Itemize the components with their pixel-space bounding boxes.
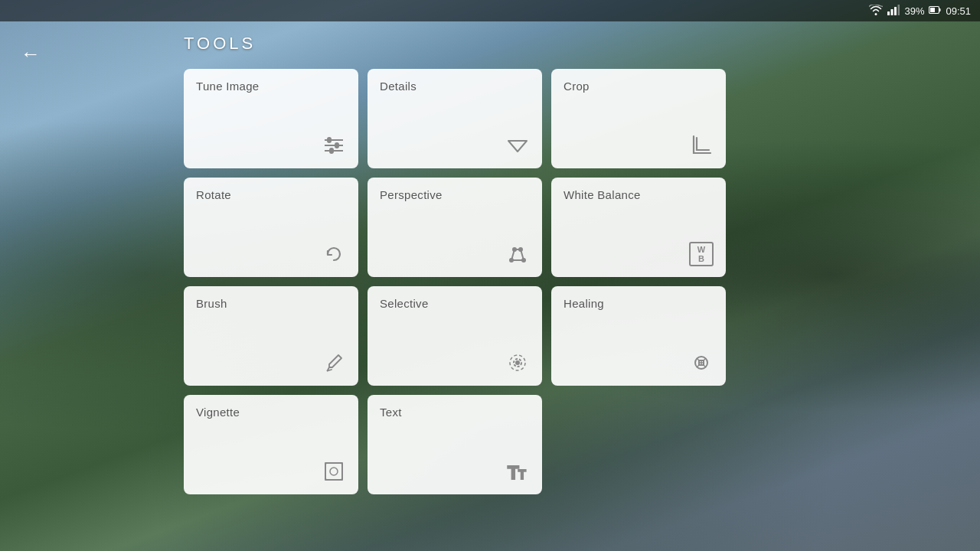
white-balance-label: White Balance xyxy=(564,188,714,201)
back-button[interactable]: ← xyxy=(15,38,46,69)
svg-point-18 xyxy=(522,259,525,262)
tool-brush[interactable]: Brush xyxy=(184,286,358,386)
vignette-icon xyxy=(322,459,346,484)
svg-rect-30 xyxy=(325,463,342,480)
brush-label: Brush xyxy=(196,297,346,310)
svg-text:T: T xyxy=(518,468,526,481)
svg-rect-11 xyxy=(335,143,338,148)
tool-rotate[interactable]: Rotate xyxy=(184,178,358,277)
svg-point-19 xyxy=(519,248,522,251)
tool-selective[interactable]: Selective xyxy=(368,286,542,386)
details-label: Details xyxy=(380,80,530,93)
time-display: 09:51 xyxy=(946,5,971,17)
brush-icon xyxy=(322,350,346,375)
svg-rect-1 xyxy=(891,9,893,15)
triangle-down-icon xyxy=(505,133,530,158)
text-icon: T T xyxy=(505,459,530,484)
tool-tune-image[interactable]: Tune Image xyxy=(184,69,358,168)
selective-icon xyxy=(505,350,530,375)
healing-label: Healing xyxy=(564,297,714,310)
tool-perspective[interactable]: Perspective xyxy=(368,178,542,277)
sliders-icon xyxy=(322,133,346,158)
status-bar: 39% 09:51 xyxy=(0,0,980,21)
svg-point-23 xyxy=(516,361,519,364)
svg-point-17 xyxy=(510,259,513,262)
tool-vignette[interactable]: Vignette xyxy=(184,395,358,494)
perspective-label: Perspective xyxy=(380,188,530,201)
perspective-icon xyxy=(505,242,530,266)
svg-rect-6 xyxy=(930,8,935,12)
svg-point-20 xyxy=(513,248,516,251)
page-title: TOOLS xyxy=(184,34,256,54)
tool-crop[interactable]: Crop xyxy=(551,69,726,168)
tool-details[interactable]: Details xyxy=(368,69,542,168)
svg-rect-2 xyxy=(894,7,897,15)
wb-icon: W B xyxy=(689,242,714,266)
text-label: Text xyxy=(380,406,530,419)
wifi-icon xyxy=(869,5,883,18)
svg-text:T: T xyxy=(508,462,519,483)
battery-percent: 39% xyxy=(904,5,924,17)
svg-marker-13 xyxy=(508,141,527,152)
back-icon: ← xyxy=(21,42,41,66)
healing-icon xyxy=(689,350,714,375)
tools-grid: Tune Image Details Crop xyxy=(184,69,726,494)
selective-label: Selective xyxy=(380,297,530,310)
tool-text[interactable]: Text T T xyxy=(368,395,542,494)
signal-icon xyxy=(887,5,900,18)
rotate-icon xyxy=(322,242,346,266)
svg-rect-12 xyxy=(330,148,333,153)
crop-icon xyxy=(689,133,714,158)
svg-rect-10 xyxy=(328,138,331,142)
svg-rect-5 xyxy=(939,8,941,11)
tune-image-label: Tune Image xyxy=(196,80,346,93)
vignette-label: Vignette xyxy=(196,406,346,419)
battery-icon xyxy=(929,5,941,17)
svg-point-31 xyxy=(330,468,338,475)
tool-healing[interactable]: Healing xyxy=(551,286,726,386)
crop-label: Crop xyxy=(564,80,714,93)
rotate-label: Rotate xyxy=(196,188,346,201)
svg-rect-0 xyxy=(887,11,890,15)
svg-rect-3 xyxy=(898,5,900,15)
tool-white-balance[interactable]: White Balance W B xyxy=(551,178,726,277)
